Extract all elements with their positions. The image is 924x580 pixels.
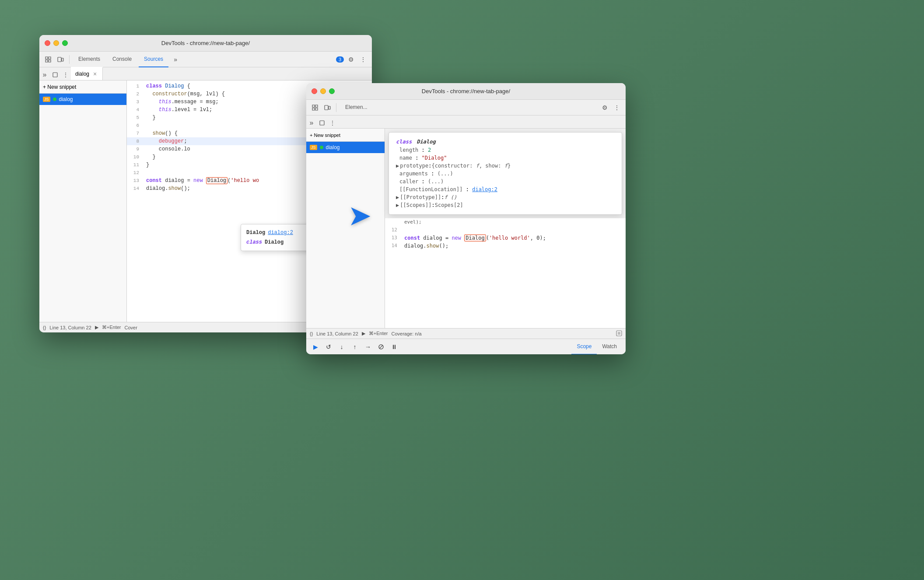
traffic-lights-1 [45, 40, 68, 46]
tab-elements[interactable]: Elements [73, 52, 105, 67]
sidebar-file-dialog-2[interactable]: JS dialog [306, 142, 385, 153]
deactivate-btn-2[interactable] [375, 341, 387, 353]
titlebar-2: DevTools - chrome://new-tab-page/ [306, 83, 626, 100]
coverage-label-2: Coverage: n/a [391, 331, 421, 336]
sidebar-file-dialog[interactable]: JS dialog [39, 94, 126, 105]
traffic-lights-2 [312, 88, 335, 94]
debug-tabs-2: Scope Watch [571, 339, 622, 355]
step-over-btn-2[interactable]: ↺ [323, 341, 334, 353]
window-title-1: DevTools - chrome://new-tab-page/ [161, 40, 250, 46]
titlebar-1: DevTools - chrome://new-tab-page/ [39, 35, 372, 52]
minimize-button-1[interactable] [53, 40, 59, 46]
position-info-1: Line 13, Column 22 [49, 325, 91, 330]
new-snippet-btn-2[interactable]: + New snippet [310, 129, 340, 141]
file-tab-close[interactable]: × [92, 71, 98, 77]
svg-rect-1 [62, 58, 63, 61]
hover-popup-1: Dialog dialog:2 class Dialog [241, 224, 311, 251]
inspector-name: name : "Dialog" [396, 154, 615, 162]
more-tabs-icon[interactable]: » [170, 54, 181, 65]
inspector-scopes[interactable]: ▶ [[Scopes]] : Scopes[2] [396, 201, 615, 209]
inspector-function-location: [[FunctionLocation]] : dialog:2 [396, 185, 615, 193]
device-icon[interactable] [55, 54, 66, 65]
toolbar-right-2: ⚙ ⋮ [599, 102, 622, 113]
format-icon-2[interactable]: {} [310, 331, 313, 336]
more-icon-2[interactable]: ⋮ [327, 118, 338, 128]
sidebar-2: + New snippet JS dialog [306, 129, 385, 328]
settings-icon-2[interactable]: ⚙ [599, 102, 610, 113]
code-line-w2-13: 13 const dialog = new Dialog('hello worl… [385, 234, 626, 242]
files-icon[interactable] [50, 70, 60, 80]
devtools-toolbar-1: Elements Console Sources » 3 ⚙ ⋮ [39, 52, 372, 67]
w2-body: » ⋮ + New snippet JS dialog [306, 115, 626, 354]
inspector-icon[interactable] [43, 54, 53, 65]
inspector-proto[interactable]: ▶ [[Prototype]] : f () [396, 193, 615, 201]
maximize-button-1[interactable] [62, 40, 68, 46]
triangle-proto[interactable]: ▶ [396, 193, 399, 201]
popup-item-2: class Dialog [246, 238, 305, 247]
triangle-scopes[interactable]: ▶ [396, 201, 399, 209]
code-line-w2-suffix: evel); [385, 218, 626, 226]
minimize-button-2[interactable] [320, 88, 326, 94]
new-snippet-btn[interactable]: + New snippet [43, 81, 76, 93]
tab-sources[interactable]: Sources [139, 52, 168, 67]
svg-rect-7 [320, 121, 324, 125]
file-tab-dialog[interactable]: dialog × [71, 67, 103, 80]
code-editor-2[interactable]: evel); 12 13 const dialog = new Dialog('… [385, 218, 626, 328]
resume-btn-2[interactable]: ▶ [310, 341, 321, 353]
device-icon-2[interactable] [322, 102, 332, 113]
close-button-1[interactable] [45, 40, 50, 46]
window-title-2: DevTools - chrome://new-tab-page/ [422, 88, 510, 94]
sep-1 [69, 55, 70, 64]
status-bar-2: {} Line 13, Column 22 ▶ ⌘+Enter Coverage… [306, 328, 626, 339]
more-options-icon[interactable]: ⋮ [358, 54, 368, 65]
inspector-icon-2[interactable] [310, 102, 320, 113]
triangle-prototype[interactable]: ▶ [396, 162, 399, 170]
position-info-2: Line 13, Column 22 [316, 331, 358, 336]
scroll-icon[interactable] [616, 330, 622, 337]
run-shortcut-2: ⌘+Enter [369, 331, 388, 336]
format-icon[interactable]: {} [43, 325, 46, 330]
code-inspector-area: class Dialog length : 2 name : [385, 129, 626, 328]
close-button-2[interactable] [312, 88, 317, 94]
step-out-btn-2[interactable]: ↑ [349, 341, 360, 353]
scope-tab-2[interactable]: Scope [571, 339, 597, 355]
svg-rect-2 [53, 73, 57, 77]
run-icon-2: ▶ [362, 331, 365, 336]
sidebar-1: + New snippet JS dialog [39, 80, 127, 322]
more-options-icon-2[interactable]: ⋮ [612, 102, 622, 113]
svg-rect-0 [58, 57, 61, 62]
step-btn-2[interactable]: → [362, 341, 374, 353]
expand-sidebar-btn-2[interactable]: » [306, 118, 317, 128]
tab-console[interactable]: Console [107, 52, 137, 67]
svg-line-13 [379, 345, 383, 349]
inspector-class-line: class Dialog [396, 138, 615, 146]
inspector-caller: caller : (...) [396, 178, 615, 185]
files-icon-2[interactable] [317, 118, 327, 128]
file-icon: JS [43, 97, 50, 102]
expand-sidebar-btn[interactable]: » [39, 70, 50, 80]
code-line-w2-14: 14 dialog.show(); [385, 242, 626, 250]
file-tab-bar-2: » ⋮ [306, 115, 626, 129]
svg-rect-6 [329, 106, 330, 109]
file-tab-bar-1: » ⋮ dialog × [39, 67, 372, 80]
more-icon[interactable]: ⋮ [60, 70, 71, 80]
inspector-prototype[interactable]: ▶ prototype : {constructor: f, show: f} [396, 162, 615, 170]
popup-link-1[interactable]: dialog:2 [268, 229, 293, 237]
sidebar-toolbar-1: + New snippet [39, 80, 126, 94]
console-badge: 3 [336, 56, 344, 63]
step-into-btn-2[interactable]: ↓ [336, 341, 347, 353]
maximize-button-2[interactable] [329, 88, 335, 94]
tab-elements-2[interactable]: Elemen... [340, 100, 373, 115]
sidebar-toolbar-2: + New snippet [306, 129, 385, 142]
sep-2 [336, 103, 336, 112]
debug-toolbar-2: ▶ ↺ ↓ ↑ → ⏸ Scope Watch [306, 339, 626, 354]
watch-tab-2[interactable]: Watch [597, 339, 622, 355]
run-shortcut-1: ⌘+Enter [102, 325, 121, 330]
run-icon: ▶ [95, 325, 98, 330]
pause-btn-2[interactable]: ⏸ [388, 341, 400, 353]
code-line-w2-12: 12 [385, 226, 626, 234]
function-location-link[interactable]: dialog:2 [472, 186, 497, 192]
svg-rect-5 [325, 105, 328, 110]
settings-icon[interactable]: ⚙ [346, 54, 356, 65]
coverage-label-1: Cover [124, 325, 137, 330]
